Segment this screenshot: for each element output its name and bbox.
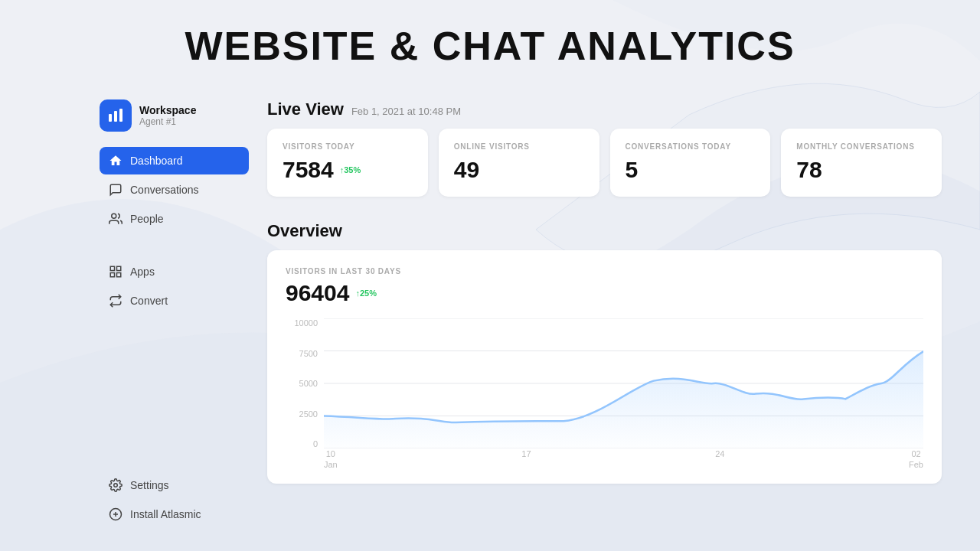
svg-rect-7 [117,273,121,277]
nav-divider [100,251,249,252]
svg-point-8 [114,484,118,487]
nav-item-apps[interactable]: Apps [100,258,249,285]
stat-label-online-visitors: ONLINE VISITORS [454,142,584,151]
stat-value-row-monthly: 78 [796,157,926,183]
nav-label-convert: Convert [130,295,168,307]
nav-label-people: People [130,213,164,225]
svg-rect-0 [109,114,112,122]
chart-x-label-feb02: 02 Feb [909,448,923,471]
chart-y-label-10000: 10000 [294,318,318,328]
stat-label-monthly: MONTHLY CONVERSATIONS [796,142,926,151]
chart-y-label-5000: 5000 [299,379,318,388]
nav-label-install: Install Atlasmic [130,508,201,520]
chart-area: 10000 7500 5000 2500 0 [286,318,923,471]
chart-x-label-jan10: 10 Jan [324,448,338,471]
nav-label-conversations: Conversations [130,184,199,196]
stat-card-visitors-today: VISITORS TODAY 7584 ↑35% [267,129,428,197]
nav-item-convert[interactable]: Convert [100,287,249,315]
svg-rect-5 [117,266,121,270]
nav-tools: Apps Convert [100,258,249,315]
overview-title: Overview [267,221,942,241]
stat-value-row-conversations: 5 [626,157,756,183]
main-content: Live View Feb 1, 2021 at 10:48 PM VISITO… [267,99,942,528]
svg-rect-2 [119,109,122,122]
svg-rect-4 [110,266,114,270]
nav-main: Dashboard Conversations People [100,147,249,233]
stat-value-row-online: 49 [454,157,584,183]
nav-item-conversations[interactable]: Conversations [100,176,249,204]
chart-label: VISITORS IN LAST 30 DAYS [286,267,923,276]
workspace-card: Workspace Agent #1 [100,99,249,132]
live-view-title: Live View [267,99,344,119]
chart-y-label-7500: 7500 [299,349,318,358]
nav-bottom: Settings Install Atlasmic [100,471,249,528]
stat-value-conversations-today: 5 [626,157,639,183]
nav-item-people[interactable]: People [100,205,249,233]
nav-item-install[interactable]: Install Atlasmic [100,500,249,528]
nav-item-dashboard[interactable]: Dashboard [100,147,249,174]
chart-badge: ↑25% [355,289,377,298]
page-title: WEBSITE & CHAT ANALYTICS [0,23,980,69]
live-view-section: Live View Feb 1, 2021 at 10:48 PM VISITO… [267,99,942,209]
chart-y-label-0: 0 [313,439,318,448]
stat-label-conversations-today: CONVERSATIONS TODAY [626,142,756,151]
chart-svg-container [324,318,923,448]
stat-card-online-visitors: ONLINE VISITORS 49 [439,129,599,197]
nav-item-settings[interactable]: Settings [100,471,249,499]
chart-x-label-jan24: 24 [715,448,724,471]
stat-label-visitors-today: VISITORS TODAY [283,142,413,151]
stat-value-row-visitors: 7584 ↑35% [283,157,413,183]
chart-y-label-2500: 2500 [299,409,318,419]
chart-value-row: 96404 ↑25% [286,280,923,306]
chart-y-labels: 10000 7500 5000 2500 0 [286,318,324,448]
chart-fill-area [324,351,923,448]
stats-grid: VISITORS TODAY 7584 ↑35% ONLINE VISITORS… [267,129,942,197]
chart-card: VISITORS IN LAST 30 DAYS 96404 ↑25% 1000… [267,250,942,484]
workspace-icon [100,99,132,132]
stat-card-conversations-today: CONVERSATIONS TODAY 5 [610,129,771,197]
svg-point-3 [112,214,116,218]
nav-label-settings: Settings [130,479,169,491]
sidebar: Workspace Agent #1 Dashboard Conversatio… [100,99,249,528]
chart-value: 96404 [286,280,349,306]
chart-x-label-jan17: 17 [521,448,531,471]
workspace-agent: Agent #1 [139,116,196,127]
live-view-header: Live View Feb 1, 2021 at 10:48 PM [267,99,942,119]
nav-label-apps: Apps [130,266,155,278]
stat-value-online-visitors: 49 [454,157,479,183]
stat-card-monthly-conversations: MONTHLY CONVERSATIONS 78 [781,129,942,197]
workspace-name: Workspace [139,104,196,116]
workspace-info: Workspace Agent #1 [139,104,196,127]
stat-value-visitors-today: 7584 [283,157,334,183]
stat-badge-visitors: ↑35% [340,165,361,174]
svg-rect-6 [110,273,114,277]
nav-label-dashboard: Dashboard [130,155,183,167]
live-view-timestamp: Feb 1, 2021 at 10:48 PM [351,106,461,117]
overview-section: Overview VISITORS IN LAST 30 DAYS 96404 … [267,221,942,484]
stat-value-monthly: 78 [796,157,822,183]
chart-x-labels: 10 Jan 17 24 02 Feb [324,448,923,471]
svg-rect-1 [114,111,117,122]
